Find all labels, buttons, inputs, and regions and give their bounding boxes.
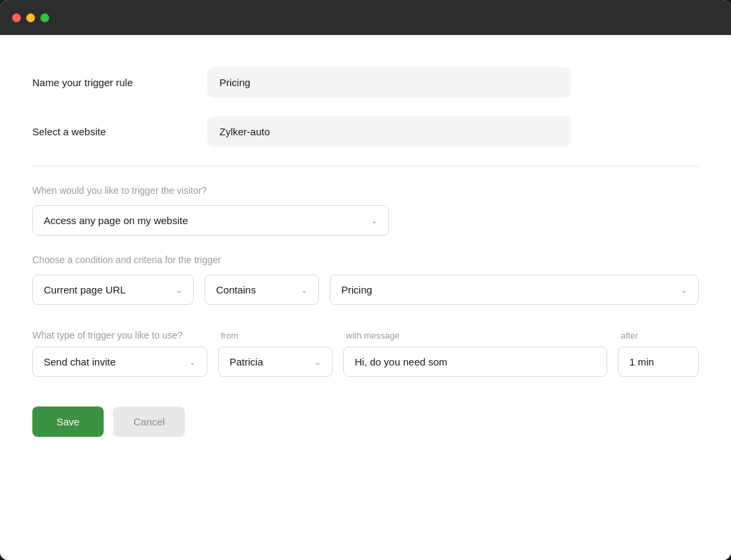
criteria-value: Pricing bbox=[341, 284, 372, 295]
contains-chevron-icon: ⌄ bbox=[301, 285, 308, 295]
trigger-type-section: What type of trigger you like to use? fr… bbox=[32, 329, 699, 377]
buttons-row: Save Cancel bbox=[32, 407, 699, 437]
main-content: Name your trigger rule Select a website … bbox=[0, 35, 731, 560]
from-value: Patricia bbox=[230, 356, 263, 368]
trigger-name-row: Name your trigger rule bbox=[32, 67, 699, 98]
trigger-type-dropdown[interactable]: Send chat invite ⌄ bbox=[32, 347, 207, 377]
contains-value: Contains bbox=[216, 284, 256, 295]
contains-dropdown[interactable]: Contains ⌄ bbox=[205, 275, 319, 305]
maximize-button[interactable] bbox=[40, 13, 49, 22]
with-message-label: with message bbox=[346, 330, 399, 341]
after-label: after bbox=[621, 330, 638, 341]
from-chevron-icon: ⌄ bbox=[314, 357, 321, 367]
visitor-trigger-value: Access any page on my website bbox=[44, 215, 188, 226]
criteria-dropdown[interactable]: Pricing ⌄ bbox=[330, 275, 699, 305]
visitor-trigger-dropdown[interactable]: Access any page on my website ⌄ bbox=[32, 205, 389, 236]
trigger-type-main-label: What type of trigger you like to use? bbox=[32, 330, 182, 341]
website-row: Select a website bbox=[32, 116, 699, 147]
condition-row: Current page URL ⌄ Contains ⌄ Pricing ⌄ bbox=[32, 275, 699, 305]
page-url-chevron-icon: ⌄ bbox=[176, 285, 182, 295]
condition-section-label: Choose a condition and criteria for the … bbox=[32, 254, 699, 265]
trigger-name-label: Name your trigger rule bbox=[32, 77, 207, 88]
message-input[interactable] bbox=[343, 347, 607, 377]
save-button[interactable]: Save bbox=[32, 407, 104, 437]
website-label: Select a website bbox=[32, 126, 207, 137]
minimize-button[interactable] bbox=[26, 13, 35, 22]
visitor-trigger-chevron-icon: ⌄ bbox=[371, 216, 378, 225]
titlebar bbox=[0, 0, 731, 35]
from-dropdown[interactable]: Patricia ⌄ bbox=[218, 347, 333, 377]
website-input[interactable] bbox=[207, 116, 571, 147]
trigger-type-value: Send chat invite bbox=[44, 356, 116, 368]
divider bbox=[32, 166, 699, 166]
close-button[interactable] bbox=[12, 13, 21, 22]
criteria-chevron-icon: ⌄ bbox=[681, 285, 687, 295]
app-window: Name your trigger rule Select a website … bbox=[0, 0, 731, 560]
page-url-value: Current page URL bbox=[44, 284, 126, 295]
visitor-trigger-section-label: When would you like to trigger the visit… bbox=[32, 185, 699, 196]
trigger-type-chevron-icon: ⌄ bbox=[189, 357, 196, 367]
traffic-lights bbox=[12, 13, 49, 22]
after-input[interactable] bbox=[618, 347, 699, 377]
page-url-dropdown[interactable]: Current page URL ⌄ bbox=[32, 275, 194, 305]
trigger-name-input[interactable] bbox=[207, 67, 571, 98]
cancel-button[interactable]: Cancel bbox=[113, 407, 185, 437]
from-label: from bbox=[221, 330, 238, 341]
